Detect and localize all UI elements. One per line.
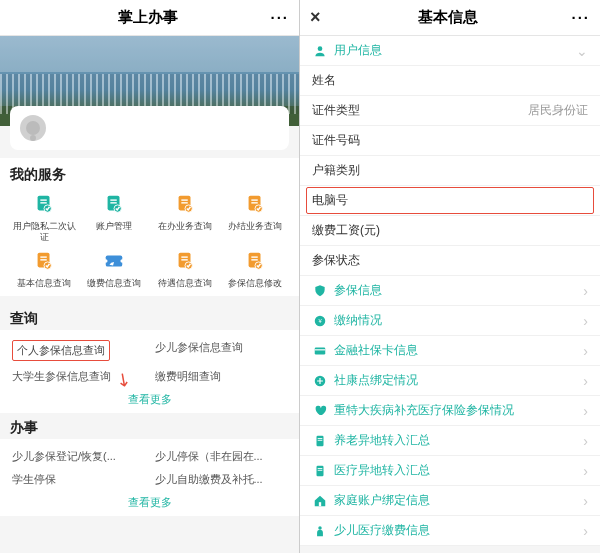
home-icon (312, 493, 328, 509)
service-item[interactable]: 用户隐私二次认证 (10, 190, 78, 243)
svg-rect-9 (181, 199, 187, 200)
info-label: 证件类型 (312, 102, 360, 119)
svg-rect-42 (318, 469, 323, 470)
service-icon (29, 190, 59, 218)
query-item[interactable]: 个人参保信息查询 (12, 340, 145, 361)
service-icon (170, 247, 200, 275)
svg-rect-10 (181, 202, 187, 203)
info-label: 缴费工资(元) (312, 222, 380, 239)
link-row[interactable]: 养老异地转入汇总› (300, 426, 600, 456)
link-row[interactable]: 参保信息› (300, 276, 600, 306)
link-label: 医疗异地转入汇总 (334, 462, 430, 479)
info-row: 参保状态 (300, 246, 600, 276)
service-label: 办结业务查询 (228, 221, 282, 232)
link-row[interactable]: 医疗异地转入汇总› (300, 456, 600, 486)
more-button[interactable]: ··· (265, 9, 289, 26)
svg-rect-37 (317, 435, 324, 446)
svg-rect-13 (251, 199, 257, 200)
link-label: 金融社保卡信息 (334, 342, 418, 359)
query-item[interactable]: 大学生参保信息查询 (12, 369, 145, 384)
user-card[interactable] (10, 106, 289, 150)
link-row[interactable]: 社康点绑定情况› (300, 366, 600, 396)
avatar-icon (20, 115, 46, 141)
chevron-down-icon: ⌄ (576, 43, 588, 59)
chevron-right-icon: › (583, 283, 588, 299)
more-button[interactable]: ··· (566, 9, 590, 26)
svg-rect-5 (111, 199, 117, 200)
doc-icon (312, 463, 328, 479)
query-item[interactable]: 少儿参保信息查询 (155, 340, 288, 361)
svg-rect-43 (319, 502, 321, 506)
service-item[interactable]: 基本信息查询 (10, 247, 78, 289)
svg-rect-29 (251, 259, 257, 260)
svg-rect-2 (40, 202, 46, 203)
banshi-block: 少儿参保登记/恢复(...少儿停保（非在园在...学生停保少儿自助缴费及补托..… (0, 439, 299, 516)
info-row: 证件号码 (300, 126, 600, 156)
svg-rect-40 (317, 465, 324, 476)
link-label: 少儿医疗缴费信息 (334, 522, 430, 539)
app-left-pane: 掌上办事 ··· 我的服务 用户隐私二次认证账户管理在办业务查询办结业务查询基本… (0, 0, 300, 553)
info-list: 用户信息 ⌄ 姓名证件类型居民身份证证件号码户籍类别电脑号缴费工资(元)参保状态… (300, 36, 600, 546)
banshi-item[interactable]: 少儿停保（非在园在... (155, 449, 288, 464)
service-label: 账户管理 (96, 221, 132, 232)
link-row[interactable]: 重特大疾病补充医疗保险参保情况› (300, 396, 600, 426)
svg-rect-38 (318, 438, 323, 439)
service-item[interactable]: 办结业务查询 (221, 190, 289, 243)
svg-point-44 (318, 526, 322, 530)
service-item[interactable]: 账户管理 (80, 190, 148, 243)
info-label: 户籍类别 (312, 162, 360, 179)
link-row[interactable]: 少儿医疗缴费信息› (300, 516, 600, 546)
service-label: 在办业务查询 (158, 221, 212, 232)
service-item[interactable]: 缴费信息查询 (80, 247, 148, 289)
link-row[interactable]: ¥缴纳情况› (300, 306, 600, 336)
view-more-link-2[interactable]: 查看更多 (10, 491, 289, 512)
svg-rect-18 (40, 259, 46, 260)
heart-icon (312, 403, 328, 419)
service-icon (240, 247, 270, 275)
link-row[interactable]: 家庭账户绑定信息› (300, 486, 600, 516)
info-row: 姓名 (300, 66, 600, 96)
svg-rect-41 (318, 468, 323, 469)
banshi-item[interactable]: 少儿自助缴费及补托... (155, 472, 288, 487)
banshi-heading: 办事 (0, 413, 299, 439)
svg-rect-35 (315, 349, 326, 350)
user-icon (312, 43, 328, 59)
query-grid: 个人参保信息查询少儿参保信息查询大学生参保信息查询缴费明细查询 (10, 336, 289, 388)
service-label: 基本信息查询 (17, 278, 71, 289)
svg-rect-17 (40, 256, 46, 257)
chevron-right-icon: › (583, 433, 588, 449)
banshi-grid: 少儿参保登记/恢复(...少儿停保（非在园在...学生停保少儿自助缴费及补托..… (10, 445, 289, 491)
info-row: 缴费工资(元) (300, 216, 600, 246)
card-icon (312, 343, 328, 359)
view-more-link[interactable]: 查看更多 (10, 388, 289, 409)
link-label: 家庭账户绑定信息 (334, 492, 430, 509)
page-title: 掌上办事 (30, 8, 265, 27)
service-item[interactable]: 在办业务查询 (151, 190, 219, 243)
chevron-right-icon: › (583, 493, 588, 509)
coin-icon: ¥ (312, 313, 328, 329)
svg-point-22 (121, 259, 125, 263)
service-item[interactable]: 参保信息修改 (221, 247, 289, 289)
link-row[interactable]: 金融社保卡信息› (300, 336, 600, 366)
svg-rect-1 (40, 199, 46, 200)
banshi-item[interactable]: 少儿参保登记/恢复(... (12, 449, 145, 464)
section-user-info[interactable]: 用户信息 ⌄ (300, 36, 600, 66)
page-title: 基本信息 (330, 8, 566, 27)
info-label: 参保状态 (312, 252, 360, 269)
service-icon (99, 247, 129, 275)
chevron-right-icon: › (583, 463, 588, 479)
service-label: 参保信息修改 (228, 278, 282, 289)
info-row: 电脑号 (300, 186, 600, 216)
chevron-right-icon: › (583, 343, 588, 359)
banshi-item[interactable]: 学生停保 (12, 472, 145, 487)
query-item[interactable]: 缴费明细查询 (155, 369, 288, 384)
service-icon (170, 190, 200, 218)
svg-rect-20 (106, 255, 123, 266)
service-item[interactable]: 待遇信息查询 (151, 247, 219, 289)
svg-point-21 (104, 259, 108, 263)
query-item-highlighted[interactable]: 个人参保信息查询 (12, 340, 110, 361)
app-right-pane: × 基本信息 ··· 用户信息 ⌄ 姓名证件类型居民身份证证件号码户籍类别电脑号… (300, 0, 600, 553)
info-row: 户籍类别 (300, 156, 600, 186)
topbar-left: 掌上办事 ··· (0, 0, 299, 36)
close-button[interactable]: × (310, 7, 330, 28)
